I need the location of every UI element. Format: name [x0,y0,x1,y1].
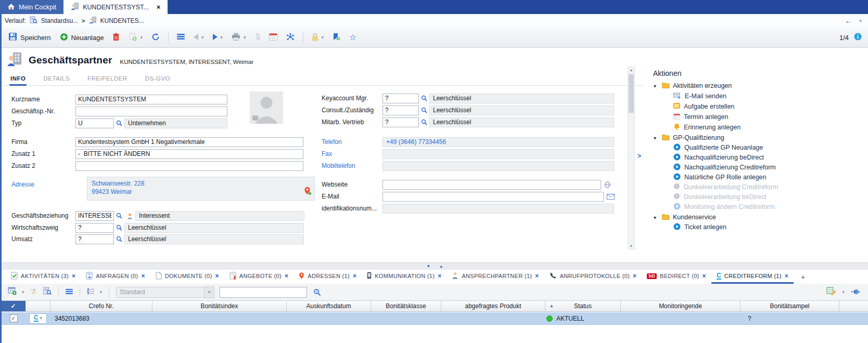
splitter-up-icon[interactable]: ▴ [440,264,443,269]
close-icon[interactable]: × [785,272,788,280]
action-ticket-anlegen[interactable]: Ticket anlegen [673,222,726,232]
lookup-icon[interactable] [421,107,427,113]
lock-button[interactable]: ▾ [310,32,326,44]
history-back-icon[interactable]: ← [845,17,852,25]
search-doc-icon[interactable] [43,287,52,297]
horizontal-splitter[interactable]: ▾ ▴ [2,262,868,270]
umsatz-code-input[interactable] [75,234,114,244]
consult-code-input[interactable] [382,105,419,115]
lookup-icon[interactable] [116,120,122,126]
tab-kundentestsystem[interactable]: KUNDENTESTSYST... × [63,0,168,14]
keyaccount-code-input[interactable] [382,94,419,103]
close-icon[interactable]: × [285,272,288,280]
tab-creditreform[interactable]: C CREDITREFORM (1) × [711,270,794,284]
caret-down-icon[interactable]: ▾ [22,290,24,295]
tab-details[interactable]: DETAILS [42,73,71,86]
scroll-up-icon[interactable]: ▲ [628,68,634,72]
grid-header-bonitaetsklasse[interactable]: Bonitätsklasse [371,301,441,311]
tab-aktivitaeten[interactable]: AKTIVITÄTEN (3) × [6,270,81,284]
telefon-label[interactable]: Telefon [322,138,382,146]
gp-nr-input[interactable] [75,107,227,116]
grid-header-monitoringende[interactable]: Monitoringende [621,301,741,311]
zusatz2-input[interactable] [75,161,303,171]
geschaeftsbeziehung-code-input[interactable] [75,211,114,221]
action-group-gp-qualifizierung[interactable]: ▾ GP-Qualifizierung [654,133,724,142]
kurzname-input[interactable] [75,95,227,104]
splitter-down-icon[interactable]: ▾ [427,264,430,269]
action-group-aktivitaeten[interactable]: ▾ Aktivitäten erzeugen [654,81,732,90]
lookup-icon[interactable] [421,95,427,101]
scrollbar-thumb[interactable] [629,74,634,113]
tab-anrufprotokolle[interactable]: ANRUFPROTOKOLLE (0) × [544,270,642,284]
email-input[interactable] [382,192,604,202]
view-select-caret[interactable]: ▾ [204,286,214,298]
action-aufgabe-erstellen[interactable]: Aufgabe erstellen [673,102,734,111]
delete-button[interactable] [110,32,122,44]
grid-row-creditreform[interactable]: ✓ C ▾ 3452013683 AKTUELL ? [2,312,868,325]
zusatz1-input[interactable] [75,149,303,159]
tree-expander-icon[interactable]: ▾ [654,83,659,89]
tree-expander-icon[interactable]: ▾ [654,135,659,141]
tab-anfragen[interactable]: ANFRAGEN (0) × [81,270,150,284]
lookup-icon[interactable] [421,119,427,125]
grid-header-status[interactable]: ▲ Status [545,301,621,311]
caret-down-icon[interactable]: ▾ [322,35,324,40]
action-group-kundenservice[interactable]: ▾ Kundenservice [654,213,716,222]
save-button[interactable]: Speichern [6,31,53,44]
relations-button[interactable] [284,32,297,44]
calendar-button[interactable] [267,32,279,43]
transfer-icon[interactable] [30,287,38,297]
grid-header-icon-column[interactable] [25,301,50,311]
firma-input[interactable] [75,137,303,147]
webseite-input[interactable] [382,180,601,190]
favorite-button[interactable]: ☆ [347,32,359,43]
close-icon[interactable]: × [633,272,636,280]
telefon-value[interactable]: +49 (3646) 77334456 [382,137,614,147]
creditreform-row-button[interactable]: C ▾ [29,313,47,324]
tab-mein-cockpit[interactable]: Mein Cockpit [0,0,63,14]
fax-label[interactable]: Fax [322,150,382,157]
attachment-button[interactable] [253,32,262,44]
globe-icon[interactable] [604,181,611,188]
info-icon[interactable] [854,33,862,42]
close-icon[interactable]: × [72,272,75,280]
grid-settings-icon[interactable] [826,287,836,297]
tab-freifelder[interactable]: FREIFELDER [86,73,129,86]
close-icon[interactable]: × [703,272,706,280]
vertrieb-code-input[interactable] [382,117,419,127]
tab-dokumente[interactable]: DOKUMENTE (0) × [150,270,224,284]
previous-record-button[interactable]: ▾ [192,33,206,43]
tab-bedirect[interactable]: bD BEDIRECT (0) × [642,270,711,284]
panel-collapse-chevron-icon[interactable]: > [637,152,641,160]
row-checkbox[interactable]: ✓ [10,314,18,322]
close-icon[interactable]: × [438,272,441,280]
adresse-street-link[interactable]: Schwanseestr. 228 [92,179,310,188]
grid-search-input[interactable] [220,287,307,298]
action-natuerliche-gp-rolle[interactable]: Natürliche GP Rolle anlegen [673,173,767,182]
grid-header-crefo-nr[interactable]: Crefo Nr. [50,301,152,311]
photo-placeholder[interactable] [250,91,283,126]
tab-adressen[interactable]: ADRESSEN (1) × [293,270,362,284]
email-icon[interactable] [607,194,615,200]
form-scrollbar[interactable]: ▲ ▼ [628,67,635,249]
action-nachqualifizierung-bedirect[interactable]: Nachqualifizierung beDirect [673,153,764,162]
add-tab-button[interactable]: + [794,270,812,284]
action-qualifizierte-gp-neuanlage[interactable]: Qualifizierte GP Neuanlage [673,143,763,152]
wirtschaftszweig-code-input[interactable] [75,223,114,233]
bookmark-add-button[interactable] [330,32,342,44]
grid-header-abgefragtes-produkt[interactable]: abgefragtes Produkt [441,301,545,311]
action-erinnerung-anlegen[interactable]: Erinnerung anlegen [673,123,741,132]
lookup-icon[interactable] [116,225,122,231]
select-all-checkbox[interactable]: ✓ [2,301,25,311]
grid-header-bonitaetsindex[interactable]: Bonitätsindex [152,301,287,311]
pin-icon[interactable] [851,287,860,297]
history-dropdown-caret-icon[interactable]: ▾ [859,19,862,23]
action-termin-anlegen[interactable]: Termin anlegen [673,112,728,122]
grid-header-auskunftsdatum[interactable]: Auskunftsdatum [287,301,371,311]
close-icon[interactable]: × [157,3,161,11]
close-icon[interactable]: × [353,272,356,280]
caret-down-icon[interactable]: ▾ [100,290,103,295]
close-icon[interactable]: × [535,272,539,280]
next-record-button[interactable]: ▾ [211,33,225,43]
grid-search-icon[interactable] [313,288,321,296]
